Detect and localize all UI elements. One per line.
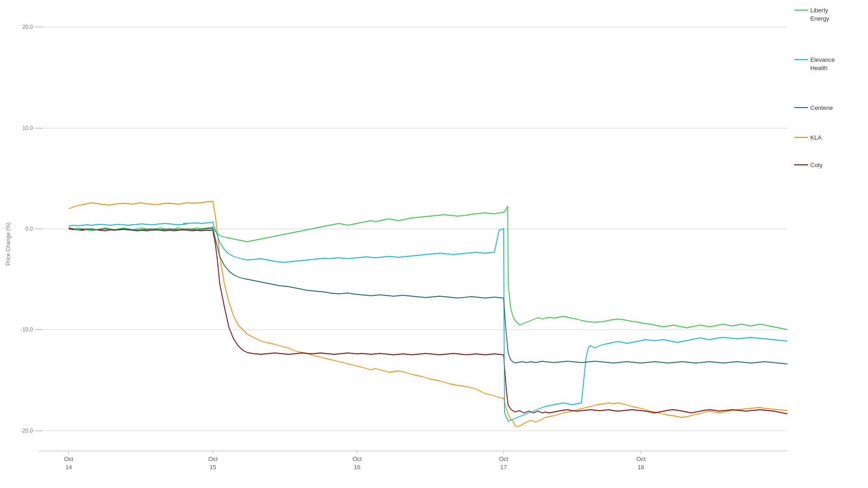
y-label-neg10: -10.0 <box>21 326 33 333</box>
legend-elevance-text-1: Elevance <box>810 56 835 63</box>
kla-line <box>69 201 787 427</box>
legend-kla-text: KLA <box>810 134 822 141</box>
legend-coty-text: Coty <box>810 162 823 168</box>
x-label-oct15-line2: 15 <box>210 464 216 471</box>
y-label-neg20: -20.0 <box>21 428 33 434</box>
legend-centene-text: Centene <box>810 104 833 111</box>
x-label-oct18-line2: 18 <box>638 464 644 471</box>
x-label-oct14-line1: Oct <box>64 455 74 462</box>
x-label-oct17-line2: 17 <box>500 464 507 471</box>
y-label-10: 10.0 <box>22 125 33 131</box>
y-axis-title: Price Change (%) <box>5 222 11 266</box>
legend-liberty-text-1: Liberty <box>810 7 829 14</box>
centene-line <box>69 228 787 364</box>
elevance-health-line <box>69 222 787 421</box>
x-label-oct16-line1: Oct <box>353 455 362 462</box>
coty-line <box>69 228 787 414</box>
x-label-oct15-line1: Oct <box>208 455 218 462</box>
chart-container: 20.0 10.0 0.0 -10.0 -20.0 Price Change (… <box>0 0 868 488</box>
y-label-0: 0.0 <box>25 226 33 232</box>
legend-liberty-text-2: Energy <box>810 15 830 22</box>
x-label-oct17-line1: Oct <box>499 455 509 462</box>
legend-elevance-text-2: Health <box>810 65 828 71</box>
x-label-oct18-line1: Oct <box>636 455 646 462</box>
main-chart: 20.0 10.0 0.0 -10.0 -20.0 Price Change (… <box>0 0 868 488</box>
x-label-oct14-line2: 14 <box>65 464 72 471</box>
x-label-oct16-line2: 16 <box>354 464 360 471</box>
y-label-20: 20.0 <box>22 24 33 30</box>
